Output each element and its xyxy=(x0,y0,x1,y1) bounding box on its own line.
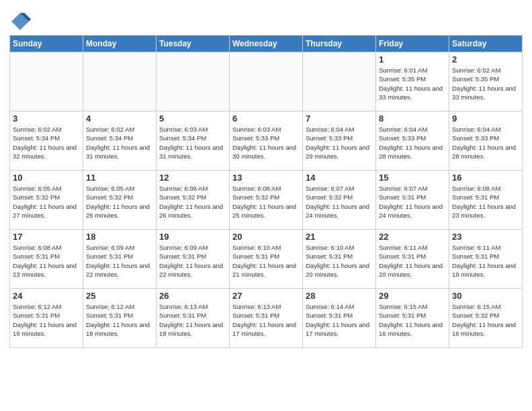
day-number: 2 xyxy=(452,54,519,64)
day-number: 7 xyxy=(306,113,373,124)
day-number: 12 xyxy=(159,173,226,183)
day-cell: 20Sunrise: 6:10 AMSunset: 5:31 PMDayligh… xyxy=(230,230,303,289)
day-cell: 10Sunrise: 6:05 AMSunset: 5:32 PMDayligh… xyxy=(10,171,83,230)
day-info: Sunrise: 6:14 AMSunset: 5:31 PMDaylight:… xyxy=(306,302,373,338)
day-cell: 9Sunrise: 6:04 AMSunset: 5:33 PMDaylight… xyxy=(449,111,523,171)
day-cell: 2Sunrise: 6:02 AMSunset: 5:35 PMDaylight… xyxy=(449,52,523,111)
week-row-2: 3Sunrise: 6:02 AMSunset: 5:34 PMDaylight… xyxy=(10,111,523,171)
day-cell: 13Sunrise: 6:06 AMSunset: 5:32 PMDayligh… xyxy=(230,171,303,230)
day-info: Sunrise: 6:06 AMSunset: 5:32 PMDaylight:… xyxy=(232,184,300,220)
day-info: Sunrise: 6:01 AMSunset: 5:35 PMDaylight:… xyxy=(379,66,446,101)
day-cell: 18Sunrise: 6:09 AMSunset: 5:31 PMDayligh… xyxy=(83,230,157,289)
day-info: Sunrise: 6:07 AMSunset: 5:32 PMDaylight:… xyxy=(306,184,373,220)
day-cell: 16Sunrise: 6:08 AMSunset: 5:31 PMDayligh… xyxy=(449,171,523,230)
day-number: 30 xyxy=(452,291,519,301)
day-info: Sunrise: 6:03 AMSunset: 5:34 PMDaylight:… xyxy=(159,125,226,161)
day-info: Sunrise: 6:02 AMSunset: 5:34 PMDaylight:… xyxy=(86,125,153,161)
day-info: Sunrise: 6:13 AMSunset: 5:31 PMDaylight:… xyxy=(159,302,226,338)
day-cell: 8Sunrise: 6:04 AMSunset: 5:33 PMDaylight… xyxy=(376,111,449,171)
weekday-header-row: SundayMondayTuesdayWednesdayThursdayFrid… xyxy=(10,36,523,52)
day-cell: 29Sunrise: 6:15 AMSunset: 5:31 PMDayligh… xyxy=(376,289,449,348)
week-row-3: 10Sunrise: 6:05 AMSunset: 5:32 PMDayligh… xyxy=(10,171,523,230)
weekday-thursday: Thursday xyxy=(303,36,376,52)
day-cell: 7Sunrise: 6:04 AMSunset: 5:33 PMDaylight… xyxy=(303,111,376,171)
day-cell: 11Sunrise: 6:05 AMSunset: 5:32 PMDayligh… xyxy=(83,171,157,230)
day-number: 23 xyxy=(452,232,519,242)
day-info: Sunrise: 6:11 AMSunset: 5:31 PMDaylight:… xyxy=(452,243,519,279)
day-number: 18 xyxy=(86,232,153,242)
weekday-friday: Friday xyxy=(376,36,449,52)
day-cell: 30Sunrise: 6:15 AMSunset: 5:32 PMDayligh… xyxy=(449,289,523,348)
day-cell: 26Sunrise: 6:13 AMSunset: 5:31 PMDayligh… xyxy=(157,289,230,348)
day-cell xyxy=(303,52,376,111)
calendar-table: SundayMondayTuesdayWednesdayThursdayFrid… xyxy=(9,35,523,348)
day-number: 14 xyxy=(306,173,373,183)
header xyxy=(9,7,523,32)
day-info: Sunrise: 6:02 AMSunset: 5:34 PMDaylight:… xyxy=(13,125,80,161)
day-cell: 24Sunrise: 6:12 AMSunset: 5:31 PMDayligh… xyxy=(10,289,83,348)
day-number: 3 xyxy=(13,113,80,124)
day-cell: 27Sunrise: 6:13 AMSunset: 5:31 PMDayligh… xyxy=(230,289,303,348)
day-info: Sunrise: 6:04 AMSunset: 5:33 PMDaylight:… xyxy=(306,125,373,161)
day-cell xyxy=(230,52,303,111)
logo-icon xyxy=(9,11,31,32)
weekday-monday: Monday xyxy=(83,36,157,52)
day-number: 13 xyxy=(232,173,300,183)
day-number: 22 xyxy=(379,232,446,242)
day-number: 16 xyxy=(452,173,519,183)
day-cell xyxy=(83,52,157,111)
day-number: 29 xyxy=(379,291,446,301)
day-number: 21 xyxy=(306,232,373,242)
day-info: Sunrise: 6:05 AMSunset: 5:32 PMDaylight:… xyxy=(86,184,153,220)
day-number: 28 xyxy=(306,291,373,301)
day-number: 9 xyxy=(452,113,519,124)
page: SundayMondayTuesdayWednesdayThursdayFrid… xyxy=(0,0,532,357)
day-number: 25 xyxy=(86,291,153,301)
day-number: 26 xyxy=(159,291,226,301)
day-info: Sunrise: 6:10 AMSunset: 5:31 PMDaylight:… xyxy=(306,243,373,279)
day-info: Sunrise: 6:13 AMSunset: 5:31 PMDaylight:… xyxy=(232,302,300,338)
weekday-saturday: Saturday xyxy=(449,36,523,52)
day-cell: 5Sunrise: 6:03 AMSunset: 5:34 PMDaylight… xyxy=(157,111,230,171)
day-info: Sunrise: 6:06 AMSunset: 5:32 PMDaylight:… xyxy=(159,184,226,220)
day-number: 27 xyxy=(232,291,300,301)
day-number: 11 xyxy=(86,173,153,183)
day-number: 1 xyxy=(379,54,446,64)
day-cell: 23Sunrise: 6:11 AMSunset: 5:31 PMDayligh… xyxy=(449,230,523,289)
day-cell: 28Sunrise: 6:14 AMSunset: 5:31 PMDayligh… xyxy=(303,289,376,348)
day-number: 20 xyxy=(232,232,300,242)
calendar-header: SundayMondayTuesdayWednesdayThursdayFrid… xyxy=(10,36,523,52)
day-number: 24 xyxy=(13,291,80,301)
day-cell: 22Sunrise: 6:11 AMSunset: 5:31 PMDayligh… xyxy=(376,230,449,289)
day-info: Sunrise: 6:07 AMSunset: 5:31 PMDaylight:… xyxy=(379,184,446,220)
day-cell: 15Sunrise: 6:07 AMSunset: 5:31 PMDayligh… xyxy=(376,171,449,230)
day-info: Sunrise: 6:15 AMSunset: 5:32 PMDaylight:… xyxy=(452,302,519,338)
day-cell: 25Sunrise: 6:12 AMSunset: 5:31 PMDayligh… xyxy=(83,289,157,348)
day-cell: 1Sunrise: 6:01 AMSunset: 5:35 PMDaylight… xyxy=(376,52,449,111)
day-cell: 4Sunrise: 6:02 AMSunset: 5:34 PMDaylight… xyxy=(83,111,157,171)
day-info: Sunrise: 6:12 AMSunset: 5:31 PMDaylight:… xyxy=(86,302,153,338)
day-info: Sunrise: 6:05 AMSunset: 5:32 PMDaylight:… xyxy=(13,184,80,220)
day-cell: 17Sunrise: 6:08 AMSunset: 5:31 PMDayligh… xyxy=(10,230,83,289)
day-info: Sunrise: 6:08 AMSunset: 5:31 PMDaylight:… xyxy=(452,184,519,220)
day-info: Sunrise: 6:04 AMSunset: 5:33 PMDaylight:… xyxy=(452,125,519,161)
week-row-5: 24Sunrise: 6:12 AMSunset: 5:31 PMDayligh… xyxy=(10,289,523,348)
day-cell xyxy=(157,52,230,111)
logo xyxy=(9,11,34,32)
day-number: 6 xyxy=(232,113,300,124)
day-cell: 3Sunrise: 6:02 AMSunset: 5:34 PMDaylight… xyxy=(10,111,83,171)
day-info: Sunrise: 6:11 AMSunset: 5:31 PMDaylight:… xyxy=(379,243,446,279)
day-info: Sunrise: 6:12 AMSunset: 5:31 PMDaylight:… xyxy=(13,302,80,338)
week-row-4: 17Sunrise: 6:08 AMSunset: 5:31 PMDayligh… xyxy=(10,230,523,289)
day-info: Sunrise: 6:04 AMSunset: 5:33 PMDaylight:… xyxy=(379,125,446,161)
weekday-tuesday: Tuesday xyxy=(157,36,230,52)
day-info: Sunrise: 6:08 AMSunset: 5:31 PMDaylight:… xyxy=(13,243,80,279)
day-info: Sunrise: 6:09 AMSunset: 5:31 PMDaylight:… xyxy=(86,243,153,279)
day-number: 15 xyxy=(379,173,446,183)
day-cell: 19Sunrise: 6:09 AMSunset: 5:31 PMDayligh… xyxy=(157,230,230,289)
day-cell: 6Sunrise: 6:03 AMSunset: 5:33 PMDaylight… xyxy=(230,111,303,171)
day-info: Sunrise: 6:03 AMSunset: 5:33 PMDaylight:… xyxy=(232,125,300,161)
day-info: Sunrise: 6:02 AMSunset: 5:35 PMDaylight:… xyxy=(452,66,519,101)
day-number: 10 xyxy=(13,173,80,183)
day-number: 19 xyxy=(159,232,226,242)
